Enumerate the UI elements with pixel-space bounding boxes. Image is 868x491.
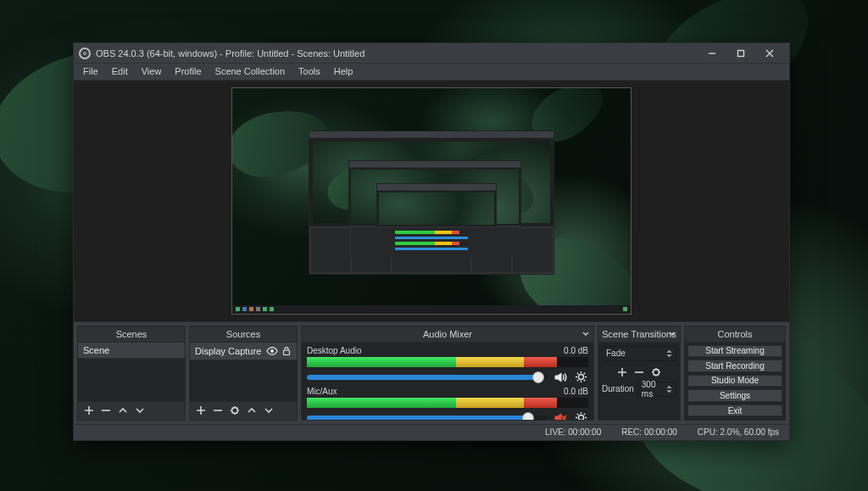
transitions-panel: Scene Transitions Fade [598,326,681,421]
speaker-icon[interactable] [553,370,568,385]
channel-db: 0.0 dB [564,346,588,355]
updown-icon [666,385,672,393]
statusbar: LIVE: 00:00:00 REC: 00:00:00 CPU: 2.0%, … [74,424,789,441]
menu-edit[interactable]: Edit [106,64,134,78]
channel-db: 0.0 dB [564,387,588,396]
exit-button[interactable]: Exit [687,405,782,417]
sources-header[interactable]: Sources [190,326,297,343]
controls-title: Controls [718,329,753,339]
preview-taskbar [232,305,631,314]
scene-up-button[interactable] [117,405,129,416]
preview-area[interactable] [74,81,789,322]
audio-mixer-list: Desktop Audio0.0 dBMic/Aux0.0 dB [302,343,593,420]
menu-view[interactable]: View [136,64,168,78]
mixer-channel: Desktop Audio0.0 dB [307,346,588,385]
visibility-icon[interactable] [266,345,278,357]
nested-obs-window [309,131,554,275]
svg-point-5 [578,416,583,420]
transition-selected: Fade [606,349,626,358]
docked-panels: Scenes Scene Sources Display Capture [74,322,789,424]
menu-help[interactable]: Help [328,64,359,78]
menu-profile[interactable]: Profile [169,64,207,78]
scenes-panel: Scenes Scene [77,326,186,421]
menubar: FileEditViewProfileScene CollectionTools… [74,64,789,81]
duration-label: Duration [602,384,634,393]
svg-point-1 [270,349,274,353]
window-controls [698,43,784,64]
channel-name: Mic/Aux [307,387,337,396]
start-recording-button[interactable]: Start Recording [687,360,782,372]
maximize-button[interactable] [726,43,755,64]
obs-window: OBS 24.0.3 (64-bit, windows) - Profile: … [73,42,790,441]
vu-meter [307,357,588,367]
transitions-title: Scene Transitions [602,329,676,339]
lock-icon[interactable] [281,346,292,356]
add-scene-button[interactable] [83,405,95,416]
vu-meter [307,398,588,408]
add-transition-button[interactable] [616,366,628,378]
updown-icon [666,349,672,358]
source-label: Display Capture [195,346,261,356]
controls-list: Start StreamingStart RecordingStudio Mod… [685,343,785,420]
volume-slider[interactable] [307,375,548,380]
menu-tools[interactable]: Tools [292,64,326,78]
transition-properties-button[interactable] [650,366,662,378]
transition-select[interactable]: Fade [602,346,676,361]
titlebar[interactable]: OBS 24.0.3 (64-bit, windows) - Profile: … [74,43,789,64]
window-title: OBS 24.0.3 (64-bit, windows) - Profile: … [96,48,698,59]
audio-mixer-panel: Audio Mixer Desktop Audio0.0 dBMic/Aux0.… [301,326,594,421]
controls-header[interactable]: Controls [685,326,785,343]
studio-mode-button[interactable]: Studio Mode [687,375,782,388]
scene-down-button[interactable] [134,405,146,416]
remove-source-button[interactable] [212,405,224,416]
remove-scene-button[interactable] [100,405,112,416]
sources-list[interactable]: Display Capture [190,343,297,401]
mute-icon[interactable] [553,410,568,420]
controls-panel: Controls Start StreamingStart RecordingS… [684,326,786,421]
sources-toolbar [190,401,297,420]
scene-row[interactable]: Scene [78,343,185,359]
mixer-channel: Mic/Aux0.0 dB [307,387,588,420]
start-streaming-button[interactable]: Start Streaming [687,345,782,358]
source-down-button[interactable] [263,405,275,416]
sources-title: Sources [226,329,260,339]
svg-point-4 [578,375,583,380]
gear-icon[interactable] [573,410,588,420]
duration-value: 300 ms [642,380,665,399]
scenes-list[interactable]: Scene [78,343,185,401]
add-source-button[interactable] [195,405,207,416]
audio-mixer-header[interactable]: Audio Mixer [302,326,593,343]
settings-button[interactable]: Settings [687,389,782,402]
scenes-title: Scenes [116,329,147,339]
source-up-button[interactable] [246,405,258,416]
transitions-menu-button[interactable] [668,330,676,338]
preview-stage[interactable] [231,87,632,315]
remove-transition-button[interactable] [633,366,645,378]
status-rec: REC: 00:00:00 [621,427,677,437]
audio-mixer-title: Audio Mixer [423,329,472,339]
mixer-menu-button[interactable] [581,330,590,338]
scenes-toolbar [78,401,185,420]
status-cpu: CPU: 2.0%, 60.00 fps [698,427,779,437]
menu-file[interactable]: File [77,64,104,78]
source-properties-button[interactable] [229,405,241,416]
minimize-button[interactable] [698,43,726,64]
sources-panel: Sources Display Capture [189,326,298,421]
scenes-header[interactable]: Scenes [78,326,185,343]
source-row[interactable]: Display Capture [190,343,297,360]
menu-scene-collection[interactable]: Scene Collection [209,64,292,78]
svg-rect-0 [738,50,744,56]
obs-app-icon [79,47,91,59]
transitions-header[interactable]: Scene Transitions [598,326,680,343]
close-button[interactable] [755,43,784,64]
duration-input[interactable]: 300 ms [637,382,676,397]
status-live: LIVE: 00:00:00 [545,427,601,437]
channel-name: Desktop Audio [307,346,362,355]
svg-rect-2 [284,350,290,355]
gear-icon[interactable] [573,370,588,385]
transitions-body: Fade Duration 300 ms [598,343,680,420]
volume-slider[interactable] [307,416,548,420]
